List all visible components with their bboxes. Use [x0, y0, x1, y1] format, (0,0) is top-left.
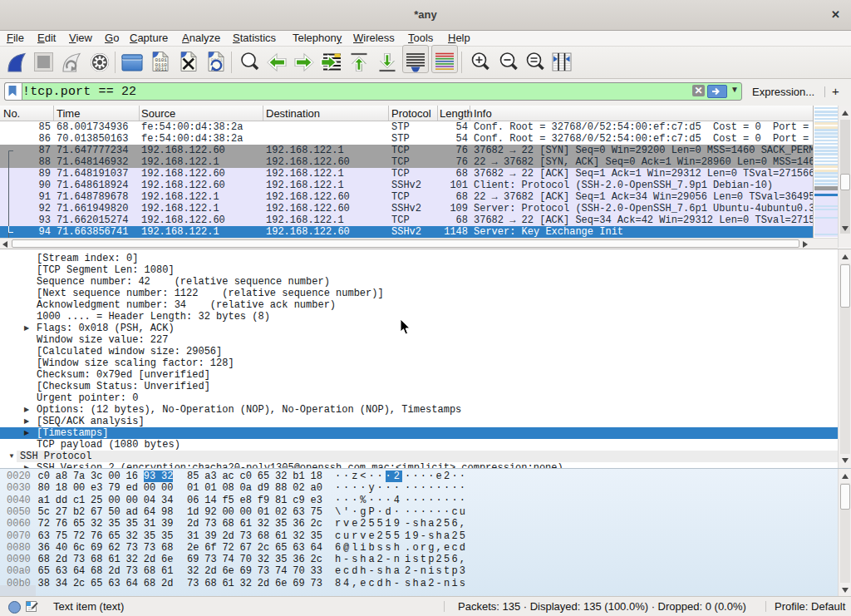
svg-text:0011: 0011 [155, 67, 168, 72]
